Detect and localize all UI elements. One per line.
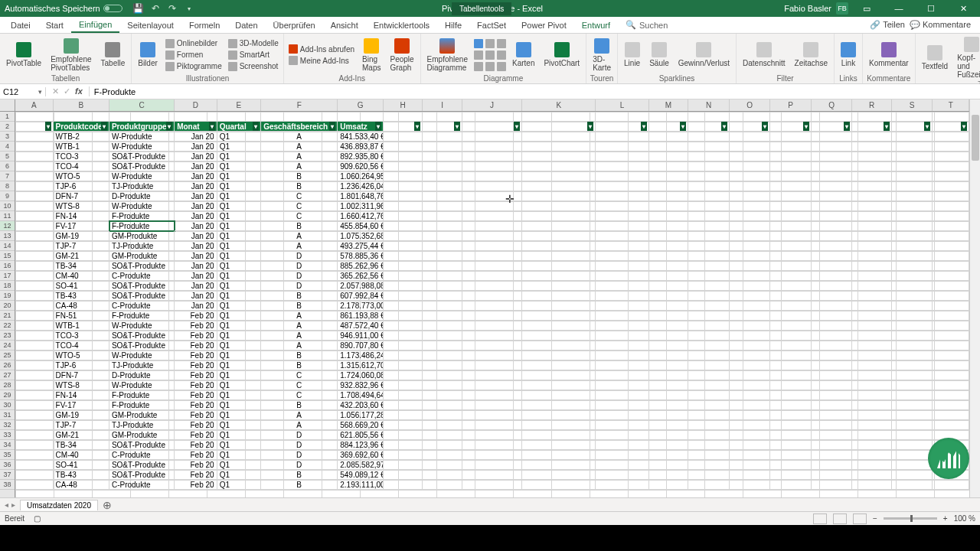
row-header[interactable]: 9 [0,191,15,201]
cell[interactable] [688,390,730,400]
cell[interactable] [933,152,969,161]
textbox-button[interactable]: Textfeld [919,44,951,72]
cell[interactable] [892,241,933,251]
cell[interactable] [812,480,853,490]
cell[interactable] [596,152,648,161]
cell[interactable] [596,112,648,122]
cell[interactable] [462,271,522,281]
table-cell[interactable]: SO&T-Produkte [109,281,175,291]
table-cell[interactable]: Feb 20 [175,410,217,420]
table-cell[interactable]: Q1 [217,360,262,370]
table-cell[interactable]: W-Produkte [109,142,175,152]
cell[interactable] [522,281,596,291]
cell[interactable] [730,291,771,301]
column-header[interactable]: B [54,99,109,111]
cell[interactable] [730,420,771,430]
cell[interactable] [384,341,423,350]
cell[interactable] [852,191,892,201]
cell[interactable] [770,231,812,241]
screenshot-button[interactable]: Screenshot [227,61,280,72]
table-cell[interactable]: CM-40 [54,450,109,460]
cell[interactable] [688,122,730,132]
row-header[interactable]: 12 [0,221,15,231]
cell[interactable] [384,291,423,301]
cell[interactable] [730,171,771,181]
table-cell[interactable]: Feb 20 [175,370,217,380]
table-cell[interactable]: Jan 20 [175,241,217,251]
table-cell[interactable]: Feb 20 [175,400,217,410]
cell[interactable] [384,460,423,470]
cell[interactable] [462,420,522,430]
cell[interactable] [852,400,892,410]
table-cell[interactable]: Feb 20 [175,390,217,400]
cell[interactable] [770,311,812,321]
normal-view-icon[interactable] [813,514,827,524]
column-header[interactable]: K [522,99,596,111]
cell[interactable] [812,410,853,420]
worksheet[interactable]: ABCDEFGHIJKLMNOPQRST 1234567891011121314… [0,99,980,497]
cell[interactable] [649,440,689,450]
table-cell[interactable]: A [261,420,338,430]
table-cell[interactable]: A [261,311,338,321]
cell[interactable] [522,430,596,440]
cell[interactable] [596,400,648,410]
table-cell[interactable]: TCO-4 [54,341,109,350]
cell[interactable] [649,181,689,191]
cell[interactable] [688,191,730,201]
table-cell[interactable]: A [261,321,338,331]
cell[interactable] [933,181,969,191]
cell[interactable] [649,231,689,241]
cell[interactable] [933,380,969,390]
page-break-view-icon[interactable] [853,514,867,524]
next-sheet-icon[interactable]: ▸ [11,500,15,509]
cell[interactable] [423,281,462,291]
cell[interactable] [852,321,892,331]
ribbon-tab-hilfe[interactable]: Hilfe [437,18,469,32]
cell[interactable] [423,480,462,490]
cell[interactable] [770,460,812,470]
cell[interactable] [812,460,853,470]
table-cell[interactable]: 455.854,60 € [338,221,383,231]
cell[interactable] [892,211,933,221]
cell[interactable] [462,161,522,171]
cell[interactable] [812,211,853,221]
ribbon-tab-entwicklertools[interactable]: Entwicklertools [366,18,437,32]
cell[interactable] [812,171,853,181]
table-cell[interactable]: Jan 20 [175,181,217,191]
table-cell[interactable]: Jan 20 [175,142,217,152]
cell[interactable] [812,281,853,291]
cell[interactable] [933,341,969,350]
slicer-button[interactable]: Datenschnitt [740,41,789,69]
cell[interactable] [522,420,596,430]
table-cell[interactable]: D [261,430,338,440]
cell[interactable] [852,211,892,221]
cell[interactable] [933,360,969,370]
cell[interactable] [892,142,933,152]
cell[interactable] [596,380,648,390]
cell[interactable] [730,410,771,420]
cell[interactable] [892,380,933,390]
table-cell[interactable]: 1.075.352,68 € [338,231,383,241]
column-header[interactable]: Q [812,99,853,111]
toggle-switch-icon[interactable] [103,5,122,12]
row-header[interactable]: 6 [0,161,15,171]
cell[interactable] [730,390,771,400]
row-header[interactable]: 1 [0,112,15,122]
cell[interactable] [933,311,969,321]
cell[interactable] [15,410,54,420]
cell[interactable] [649,321,689,331]
cell[interactable] [812,122,853,132]
cell[interactable] [462,460,522,470]
share-button[interactable]: 🔗 Teilen [870,20,905,30]
table-cell[interactable]: Q1 [217,261,262,271]
table-cell[interactable]: TCO-4 [54,161,109,171]
table-cell[interactable]: Jan 20 [175,191,217,201]
cell[interactable] [770,211,812,221]
people-graph-button[interactable]: People Graph [387,37,416,73]
cell[interactable] [596,261,648,271]
table-cell[interactable]: Q1 [217,380,262,390]
row-header[interactable]: 3 [0,132,15,142]
table-cell[interactable]: A [261,142,338,152]
pivottable-button[interactable]: PivotTable [3,41,44,69]
cell[interactable] [384,321,423,331]
